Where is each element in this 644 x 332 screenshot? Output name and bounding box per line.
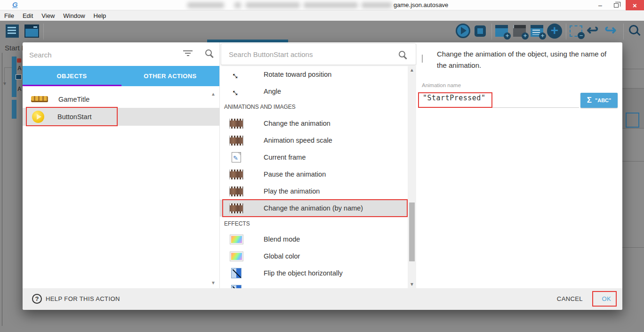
events-sheet-border	[2, 53, 2, 326]
toolbar-divider	[43, 24, 44, 40]
close-button[interactable]: ×	[626, 0, 644, 10]
project-manager-icon[interactable]	[6, 24, 19, 38]
action-item[interactable]: ↔ Angle	[219, 83, 408, 100]
add-subevent-icon[interactable]: +	[513, 25, 526, 37]
flip-vertical-icon	[231, 285, 242, 288]
cancel-button[interactable]: CANCEL	[557, 295, 583, 302]
redacted-path-blur	[304, 2, 358, 8]
plus-badge-icon: +	[504, 32, 511, 40]
action-editor-dialog: OBJECTS OTHER ACTIONS GameTitle ButtonSt…	[23, 42, 622, 310]
toolbar-divider	[623, 24, 624, 40]
add-event-icon[interactable]: +	[495, 25, 508, 37]
menu-bar: File Edit View Window Help	[0, 10, 644, 21]
action-item[interactable]	[219, 282, 408, 288]
minimize-button[interactable]: –	[592, 0, 608, 10]
film-strip-icon	[229, 136, 243, 146]
animation-name-label: Animation name	[422, 82, 461, 88]
preview-play-icon[interactable]	[456, 24, 470, 38]
redacted-path-blur	[362, 2, 392, 8]
menu-view[interactable]: View	[37, 12, 59, 19]
object-search-input[interactable]	[29, 49, 170, 60]
tab-objects[interactable]: OBJECTS	[23, 66, 121, 86]
menu-window[interactable]: Window	[59, 12, 89, 19]
active-tab-underline	[23, 85, 121, 86]
action-item[interactable]: Animation speed scale	[219, 132, 408, 149]
minus-badge-icon: –	[578, 32, 585, 39]
toolbar-divider	[491, 24, 492, 40]
action-item[interactable]: Flip the object horizontally	[219, 265, 408, 282]
undo-icon[interactable]: ↩	[587, 22, 598, 38]
help-icon[interactable]: ?	[32, 294, 42, 304]
window-title: game.json.autosave	[394, 1, 448, 8]
object-label: ButtonStart	[57, 113, 92, 121]
animation-name-input[interactable]	[423, 92, 564, 104]
ok-button[interactable]: OK	[602, 295, 611, 302]
expression-editor-button[interactable]: Σ "ABC"	[580, 93, 618, 108]
action-item[interactable]: Play the animation	[219, 183, 408, 200]
action-search-input[interactable]	[229, 49, 384, 60]
toolbar-divider	[566, 24, 566, 40]
current-frame-icon	[232, 152, 241, 162]
menu-file[interactable]: File	[0, 12, 18, 19]
event-object-icon	[16, 74, 22, 80]
search-icon[interactable]	[629, 25, 638, 34]
action-section-header: EFFECTS	[224, 220, 403, 227]
action-item[interactable]: Current frame	[219, 149, 408, 166]
action-item[interactable]: Pause the animation	[219, 166, 408, 183]
object-panel-tabs: OBJECTS OTHER ACTIONS	[23, 66, 219, 86]
redacted-path-blur	[187, 2, 224, 8]
sigma-icon: Σ	[587, 96, 592, 105]
maximize-button[interactable]	[608, 0, 624, 10]
gdevelop-logo-icon: G	[12, 0, 18, 8]
scroll-down-arrow[interactable]: ▼	[410, 282, 414, 287]
filter-icon[interactable]	[183, 50, 193, 58]
title-bar: G game.json.autosave – ×	[0, 0, 644, 10]
action-item[interactable]: Blend mode	[219, 231, 408, 248]
menu-edit[interactable]: Edit	[18, 12, 37, 19]
tab-other-actions[interactable]: OTHER ACTIONS	[121, 66, 219, 86]
redacted-path-blur	[234, 2, 241, 8]
action-item[interactable]: Change the animation	[219, 115, 408, 132]
action-search-card	[221, 43, 416, 65]
scroll-up-arrow[interactable]: ▲	[410, 67, 414, 73]
rotate-arrow-icon: ↔	[229, 84, 243, 98]
scrollbar-thumb[interactable]	[409, 202, 415, 261]
delete-event-icon[interactable]: –	[570, 25, 582, 37]
object-list-item-gametitle[interactable]: GameTitle	[23, 90, 219, 108]
event-field-outline	[626, 113, 639, 128]
film-strip-icon	[229, 186, 243, 196]
add-circle-icon[interactable]: +	[547, 24, 562, 39]
film-strip-icon	[229, 119, 243, 129]
redo-icon[interactable]: ↪	[604, 22, 616, 38]
collapse-arrow-icon: ▼	[2, 81, 7, 86]
scroll-down-arrow[interactable]: ▼	[211, 280, 216, 285]
search-icon	[205, 49, 212, 56]
help-for-this-action-link[interactable]: HELP FOR THIS ACTION	[46, 295, 120, 302]
gdevelop-window: G game.json.autosave – × File Edit View …	[0, 0, 644, 332]
menu-help[interactable]: Help	[89, 12, 111, 19]
film-strip-icon	[229, 170, 243, 179]
game-title-thumbnail	[31, 96, 48, 102]
object-label: GameTitle	[58, 96, 89, 103]
event-action-letter: A	[17, 86, 22, 92]
add-comment-icon[interactable]: +	[531, 25, 543, 37]
action-item[interactable]: ↔ Rotate toward position	[219, 66, 408, 83]
film-strip-icon	[229, 203, 243, 213]
scroll-up-arrow[interactable]: ▲	[211, 91, 216, 97]
action-list: ↔ Rotate toward position ↔ Angle ANIMATI…	[219, 66, 408, 288]
plus-badge-icon: +	[522, 32, 529, 40]
event-action-letter: A	[17, 65, 22, 72]
action-description: Change the animation of the object, usin…	[437, 49, 617, 71]
action-item-selected[interactable]: Change the animation (by name)	[219, 200, 408, 217]
debug-icon[interactable]	[475, 25, 486, 37]
color-gradient-icon	[230, 252, 243, 261]
scene-window-icon[interactable]	[24, 24, 39, 38]
input-underline	[422, 107, 579, 108]
event-connector	[4, 67, 12, 68]
plus-badge-icon: +	[539, 32, 546, 40]
action-list-scrollbar[interactable]: ▲ ▼	[408, 66, 416, 288]
object-list-item-buttonstart[interactable]: ButtonStart	[23, 108, 219, 126]
event-selection-bar	[12, 100, 16, 119]
action-item[interactable]: Global color	[219, 248, 408, 265]
action-section-header: ANIMATIONS AND IMAGES	[224, 104, 403, 110]
